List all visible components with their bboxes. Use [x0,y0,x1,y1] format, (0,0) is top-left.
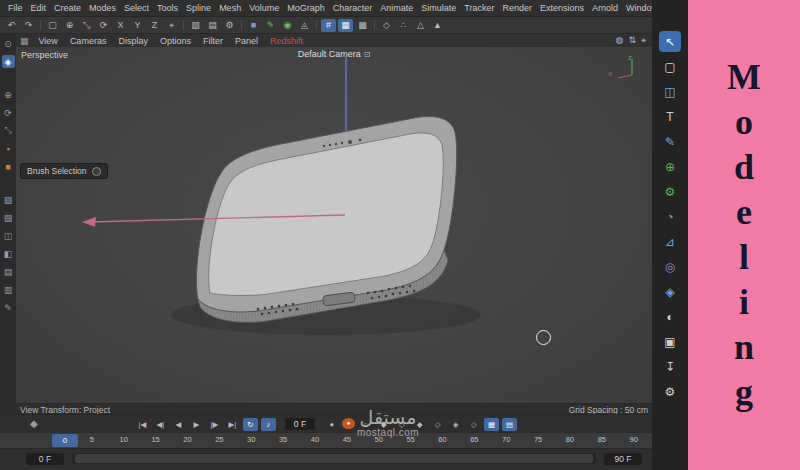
keyframe-presets-icon[interactable]: ◇ [466,418,481,431]
redo-icon[interactable]: ↷ [21,19,36,32]
quantize-toggle[interactable]: ▦ [338,19,353,32]
magnet-icon[interactable]: ⊿ [659,231,681,252]
perspective-viewport[interactable]: Perspective Default Camera ⊡ Brush Selec… [16,47,652,403]
viewport-menu-item[interactable]: Options [154,36,197,46]
render-picture-icon[interactable]: ▤ [205,19,220,32]
timeline-ruler[interactable]: 051015202530354045505560657075808590 0 [0,432,652,449]
modeling-stack-icon-4[interactable]: ◧ [2,247,15,260]
undo-icon[interactable]: ↶ [4,19,19,32]
menu-item[interactable]: Modes [85,3,120,13]
text-tool-icon[interactable]: T [659,106,681,127]
scale-tool-icon[interactable]: ⤡ [2,124,15,137]
rectangle-icon[interactable]: ▢ [659,56,681,77]
record-scale-toggle[interactable]: ◇ [394,418,409,431]
viewport-menu-item[interactable]: Filter [197,36,229,46]
menu-item[interactable]: Animate [376,3,417,13]
menu-item[interactable]: File [4,3,27,13]
modeling-stack-icon-1[interactable]: ▧ [2,193,15,206]
select-pointer-icon[interactable]: ↖ [659,31,681,52]
jump-end-button[interactable]: ▶| [225,418,240,431]
extrude-down-icon[interactable]: ↧ [659,356,681,377]
axis-handles-icon[interactable]: ⊕ [659,156,681,177]
pen-tool-icon[interactable]: ✎ [2,301,15,314]
cube-arrow-icon[interactable]: ▣ [659,331,681,352]
menu-item[interactable]: Create [50,3,85,13]
menu-item[interactable]: Simulate [417,3,460,13]
prev-key-button[interactable]: ◀| [153,418,168,431]
viewport-menu-item[interactable]: View [33,36,64,46]
timeline-mode-toggle[interactable]: ▦ [484,418,499,431]
viewport-grid-icon[interactable]: ▦ [20,36,29,46]
range-end-field[interactable]: 90 F [604,453,642,465]
separator[interactable] [316,20,317,30]
current-frame-marker[interactable]: 0 [52,434,78,447]
primitive-cube-icon[interactable]: ■ [2,160,15,173]
record-position-toggle[interactable]: ◆ [376,418,391,431]
timeline-scrollbar[interactable] [72,453,596,464]
record-rotation-toggle[interactable]: ◆ [412,418,427,431]
modeling-stack-icon-2[interactable]: ▨ [2,211,15,224]
menu-item[interactable]: Tracker [460,3,498,13]
separator[interactable] [241,20,242,30]
viewport-menu-item[interactable]: Display [112,36,154,46]
rotate-tool-icon[interactable]: ⟳ [2,106,15,119]
axis-z-toggle[interactable]: Z [147,19,162,32]
brush-selection-chip[interactable]: Brush Selection [20,163,108,179]
primitive-cube-icon[interactable]: ■ [246,19,261,32]
separator[interactable] [374,20,375,30]
rotate-tool-icon[interactable]: ⟳ [96,19,111,32]
menu-item[interactable]: Volume [245,3,283,13]
scale-tool-icon[interactable]: ⤡ [79,19,94,32]
brush-option-dot-icon[interactable] [92,167,101,176]
mograph-icon[interactable]: ◉ [280,19,295,32]
prev-frame-button[interactable]: ◀ [171,418,186,431]
mode-edges-icon[interactable]: △ [413,19,428,32]
default-camera-label[interactable]: Default Camera ⊡ [298,49,371,59]
modeling-stack-icon-5[interactable]: ▤ [2,265,15,278]
live-selection-icon[interactable]: ▢ [45,19,60,32]
axis-y-toggle[interactable]: Y [130,19,145,32]
keyframe-selection-icon[interactable]: ○ [358,418,373,431]
rotate-sphere-icon[interactable]: ◔ [659,206,681,227]
viewport-menu-item[interactable]: Panel [229,36,264,46]
menu-item[interactable]: MoGraph [283,3,329,13]
loop-toggle[interactable]: ↻ [243,418,258,431]
menu-item[interactable]: Render [498,3,536,13]
plane-icon[interactable]: ◈ [659,281,681,302]
viewport-state-icon[interactable]: ◍ [616,35,624,46]
jump-start-button[interactable]: |◀ [135,418,150,431]
zoom-tool-icon[interactable]: ⊙ [2,37,15,50]
coord-system-icon[interactable]: ⌖ [164,19,179,32]
settings-gear-icon[interactable]: ⚙ [659,381,681,402]
range-start-field[interactable]: 0 F [26,453,64,465]
menu-item[interactable]: Tools [153,3,182,13]
timeline-scrollbar-thumb[interactable] [75,454,593,463]
workplane-icon[interactable]: ▩ [355,19,370,32]
axis-lock-icon[interactable]: ▪ [2,142,15,155]
keyframe-diamond-icon[interactable]: ◆ [30,418,38,429]
viewport-camera-icon[interactable]: ⌖ [641,35,646,46]
record-pla-toggle[interactable]: ◈ [448,418,463,431]
autokey-toggle[interactable]: ● [342,418,355,429]
play-button[interactable]: ▶ [189,418,204,431]
modeling-stack-icon-3[interactable]: ◫ [2,229,15,242]
render-view-icon[interactable]: ▧ [188,19,203,32]
spline-circle-icon[interactable]: ◎ [659,256,681,277]
record-parameter-toggle[interactable]: ◇ [430,418,445,431]
cube-icon[interactable]: ◫ [659,81,681,102]
menu-item[interactable]: Edit [27,3,51,13]
mode-model-icon[interactable]: ◇ [379,19,394,32]
modeling-stack-icon-6[interactable]: ▥ [2,283,15,296]
motion-mode-toggle[interactable]: ▤ [502,418,517,431]
pen-spline-icon[interactable]: ✎ [263,19,278,32]
next-key-button[interactable]: |▶ [207,418,222,431]
menu-item[interactable]: Select [120,3,153,13]
record-keyframe-button[interactable]: ● [324,418,339,431]
render-settings-icon[interactable]: ⚙ [222,19,237,32]
menu-item[interactable]: Mesh [215,3,245,13]
axis-x-toggle[interactable]: X [113,19,128,32]
menu-item[interactable]: Arnold [588,3,622,13]
separator[interactable] [40,20,41,30]
menu-item[interactable]: Spline [182,3,215,13]
viewport-view-label[interactable]: Perspective [21,50,68,60]
